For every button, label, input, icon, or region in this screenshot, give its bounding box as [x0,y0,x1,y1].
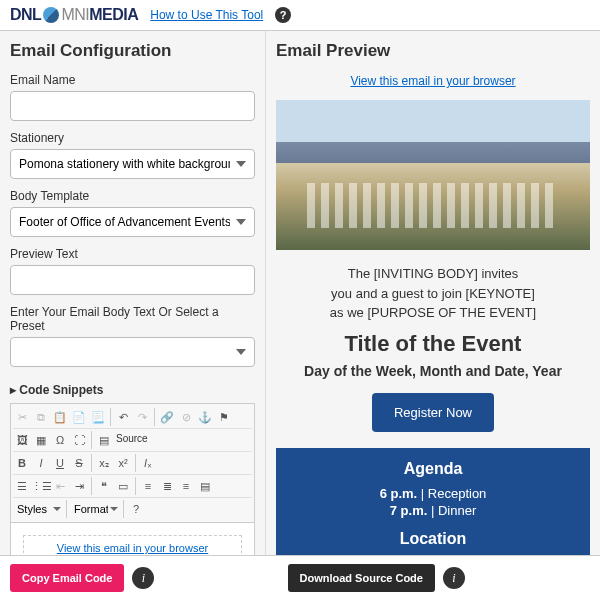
invite-text: The [INVITING BODY] invites you and a gu… [276,264,590,323]
undo-icon[interactable]: ↶ [114,408,132,426]
preview-panel: Email Preview View this email in your br… [266,31,600,557]
event-title: Title of the Event [276,331,590,357]
field-body-text: Enter Your Email Body Text Or Select a P… [10,305,255,367]
link-icon[interactable]: 🔗 [158,408,176,426]
label-body-text: Enter Your Email Body Text Or Select a P… [10,305,255,333]
underline-icon[interactable]: U [51,454,69,472]
label-email-name: Email Name [10,73,255,87]
image-icon[interactable]: 🖼 [13,431,31,449]
event-date: Day of the Week, Month and Date, Year [276,363,590,379]
config-panel: Email Configuration Email Name Stationer… [0,31,266,557]
paste-word-icon[interactable]: 📃 [89,408,107,426]
topbar: DNL MNI MEDIA How to Use This Tool ? [0,0,600,31]
unlink-icon[interactable]: ⊘ [177,408,195,426]
help-icon[interactable]: ? [275,7,291,23]
agenda-box: Agenda 6 p.m. | Reception 7 p.m. | Dinne… [276,448,590,558]
bottombar: Copy Email Code i Download Source Code i [0,555,600,600]
align-left-icon[interactable]: ≡ [139,477,157,495]
preview-heading: Email Preview [276,41,590,61]
align-right-icon[interactable]: ≡ [177,477,195,495]
flag-icon[interactable]: ⚑ [215,408,233,426]
logo: DNL MNI MEDIA [10,6,138,24]
preview-hero-image [276,100,590,250]
maximize-icon[interactable]: ⛶ [70,431,88,449]
input-email-name[interactable] [10,91,255,121]
source-label[interactable]: Source [114,431,150,449]
styles-select[interactable]: Styles [13,500,63,518]
numbered-list-icon[interactable]: ☰ [13,477,31,495]
editor-view-browser-link[interactable]: View this email in your browser [30,542,235,554]
agenda-item: 7 p.m. | Dinner [288,503,578,518]
outdent-icon[interactable]: ⇤ [51,477,69,495]
div-icon[interactable]: ▭ [114,477,132,495]
redo-icon[interactable]: ↷ [133,408,151,426]
register-button[interactable]: Register Now [372,393,494,432]
help-toolbar-icon[interactable]: ? [127,500,145,518]
editor-toolbar: ✂ ⧉ 📋 📄 📃 ↶ ↷ 🔗 ⊘ ⚓ ⚑ 🖼 ▦ Ω ⛶ ▤ [10,403,255,523]
config-heading: Email Configuration [10,41,255,61]
agenda-heading: Agenda [288,460,578,478]
paste-icon[interactable]: 📋 [51,408,69,426]
input-preview-text[interactable] [10,265,255,295]
format-select[interactable]: Format [70,500,120,518]
label-body-template: Body Template [10,189,255,203]
bold-icon[interactable]: B [13,454,31,472]
editor-content[interactable]: View this email in your browser [10,523,255,557]
invite-line2: you and a guest to join [KEYNOTE] [276,284,590,304]
info-icon[interactable]: i [443,567,465,589]
location-heading: Location [288,530,578,548]
table-icon[interactable]: ▦ [32,431,50,449]
download-code-button[interactable]: Download Source Code [288,564,435,592]
info-icon[interactable]: i [132,567,154,589]
main: Email Configuration Email Name Stationer… [0,31,600,557]
agenda-item: 6 p.m. | Reception [288,486,578,501]
logo-mni: MNI [61,6,89,24]
logo-media: MEDIA [89,6,138,24]
cut-icon[interactable]: ✂ [13,408,31,426]
field-email-name: Email Name [10,73,255,121]
bullet-list-icon[interactable]: ⋮☰ [32,477,50,495]
paste-text-icon[interactable]: 📄 [70,408,88,426]
copy-code-button[interactable]: Copy Email Code [10,564,124,592]
field-body-template: Body Template Footer of Office of Advanc… [10,189,255,237]
code-snippets-toggle[interactable]: Code Snippets [10,377,255,403]
superscript-icon[interactable]: x² [114,454,132,472]
select-stationery[interactable]: Pomona stationery with white background [10,149,255,179]
remove-format-icon[interactable]: Iₓ [139,454,157,472]
italic-icon[interactable]: I [32,454,50,472]
indent-icon[interactable]: ⇥ [70,477,88,495]
logo-dnl: DNL [10,6,41,24]
how-to-link[interactable]: How to Use This Tool [150,8,263,22]
omega-icon[interactable]: Ω [51,431,69,449]
invite-line1: The [INVITING BODY] invites [276,264,590,284]
justify-icon[interactable]: ▤ [196,477,214,495]
subscript-icon[interactable]: x₂ [95,454,113,472]
invite-line3: as we [PURPOSE OF THE EVENT] [276,303,590,323]
preview-view-browser-link[interactable]: View this email in your browser [350,74,515,88]
preview-view-browser: View this email in your browser [276,73,590,88]
source-icon[interactable]: ▤ [95,431,113,449]
copy-icon[interactable]: ⧉ [32,408,50,426]
anchor-icon[interactable]: ⚓ [196,408,214,426]
align-center-icon[interactable]: ≣ [158,477,176,495]
label-preview-text: Preview Text [10,247,255,261]
blockquote-icon[interactable]: ❝ [95,477,113,495]
strike-icon[interactable]: S [70,454,88,472]
select-body-preset[interactable] [10,337,255,367]
field-stationery: Stationery Pomona stationery with white … [10,131,255,179]
label-stationery: Stationery [10,131,255,145]
select-body-template[interactable]: Footer of Office of Advancement Events [10,207,255,237]
field-preview-text: Preview Text [10,247,255,295]
globe-icon [43,7,59,23]
